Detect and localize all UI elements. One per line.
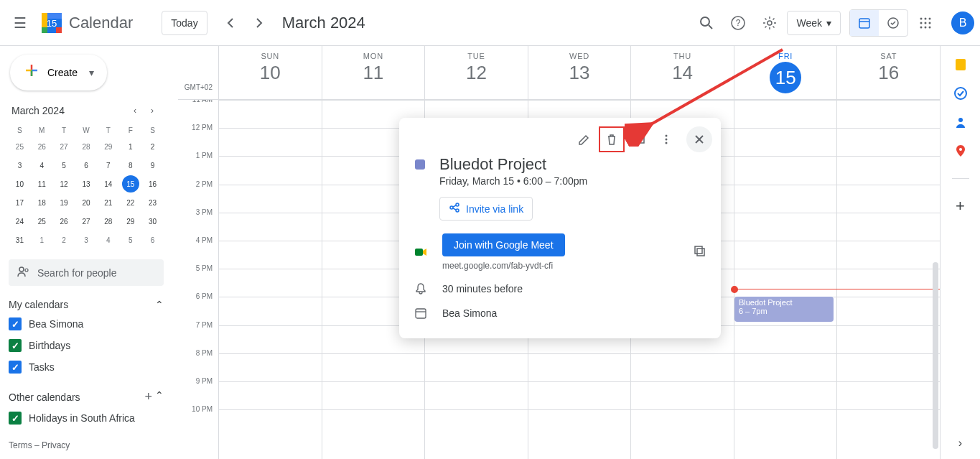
mini-cal-day[interactable]: 28 (100, 213, 117, 230)
mini-cal-day[interactable]: 13 (78, 175, 95, 193)
mini-cal-next-button[interactable]: › (144, 102, 161, 119)
search-people-input[interactable]: Search for people (9, 259, 164, 286)
help-button[interactable]: ? (724, 9, 752, 37)
people-icon (17, 265, 30, 280)
next-week-button[interactable] (245, 9, 274, 37)
day-column[interactable]: Bluedot Project6 – 7pm (734, 100, 837, 459)
terms-link[interactable]: Terms (9, 440, 32, 450)
mini-cal-day[interactable]: 4 (33, 157, 50, 174)
apps-button[interactable] (911, 9, 940, 37)
calendar-item[interactable]: ✓Birthdays (9, 335, 164, 356)
mini-cal-day[interactable]: 9 (144, 157, 162, 174)
calendar-item[interactable]: ✓Tasks (9, 356, 164, 378)
contacts-icon[interactable] (953, 115, 968, 129)
mini-cal-day[interactable]: 14 (100, 175, 117, 193)
day-header[interactable]: FRI15 (734, 46, 837, 99)
search-button[interactable] (692, 9, 721, 37)
close-popover-button[interactable] (686, 126, 712, 152)
profile-avatar[interactable]: B (951, 11, 974, 34)
event-block[interactable]: Bluedot Project6 – 7pm (734, 297, 834, 322)
mini-cal-day[interactable]: 29 (100, 138, 117, 155)
maps-icon[interactable] (953, 144, 968, 158)
day-header[interactable]: WED13 (528, 46, 631, 99)
mini-cal-day[interactable]: 10 (11, 175, 28, 193)
add-calendar-button[interactable]: + (144, 389, 152, 404)
day-header[interactable]: MON11 (322, 46, 425, 99)
event-options-button[interactable] (653, 126, 679, 152)
checkbox[interactable]: ✓ (9, 412, 22, 425)
mini-cal-day[interactable]: 29 (122, 213, 139, 230)
tasks-view-button[interactable] (879, 10, 907, 36)
mini-cal-day[interactable]: 3 (78, 231, 95, 249)
mini-cal-day[interactable]: 6 (78, 157, 95, 174)
mini-cal-day[interactable]: 8 (122, 157, 139, 174)
checkbox[interactable]: ✓ (9, 361, 22, 374)
view-selector[interactable]: Week▾ (787, 11, 841, 35)
mini-cal-day[interactable]: 30 (144, 213, 162, 230)
mini-cal-day[interactable]: 23 (144, 194, 162, 211)
day-header[interactable]: THU14 (630, 46, 734, 99)
mini-cal-day[interactable]: 1 (122, 138, 139, 155)
checkbox[interactable]: ✓ (9, 339, 22, 352)
mini-cal-day[interactable]: 21 (100, 194, 117, 211)
add-addon-button[interactable]: + (953, 199, 968, 213)
mini-cal-day[interactable]: 19 (55, 194, 73, 211)
other-calendars-header[interactable]: Other calendars + ⌃ (9, 386, 164, 407)
mini-cal-day[interactable]: 27 (55, 138, 73, 155)
email-guests-button[interactable] (626, 126, 652, 152)
day-column[interactable] (218, 100, 322, 459)
mini-cal-day[interactable]: 4 (100, 231, 117, 249)
mini-cal-day[interactable]: 2 (144, 138, 162, 155)
privacy-link[interactable]: Privacy (42, 440, 70, 450)
mini-cal-day[interactable]: 20 (78, 194, 95, 211)
mini-cal-day[interactable]: 25 (33, 213, 50, 230)
scrollbar[interactable] (931, 104, 940, 459)
collapse-panel-button[interactable]: › (953, 436, 968, 450)
calendar-view-button[interactable] (850, 10, 879, 36)
main-menu-button[interactable]: ☰ (6, 9, 34, 37)
my-calendars-header[interactable]: My calendars ⌃ (9, 296, 164, 313)
mini-cal-day[interactable]: 11 (33, 175, 50, 193)
mini-cal-day[interactable]: 5 (55, 157, 73, 174)
mini-cal-day[interactable]: 17 (11, 194, 28, 211)
mini-cal-day[interactable]: 31 (11, 231, 28, 249)
mini-cal-day[interactable]: 7 (100, 157, 117, 174)
mini-cal-day[interactable]: 22 (122, 194, 139, 211)
mini-cal-day[interactable]: 5 (122, 231, 139, 249)
mini-cal-day[interactable]: 26 (33, 138, 50, 155)
mini-cal-prev-button[interactable]: ‹ (126, 102, 144, 119)
checkbox[interactable]: ✓ (9, 317, 22, 330)
mini-cal-day[interactable]: 28 (78, 138, 95, 155)
day-header[interactable]: TUE12 (424, 46, 528, 99)
invite-via-link-button[interactable]: Invite via link (439, 197, 533, 221)
mini-cal-day[interactable]: 24 (11, 213, 28, 230)
mini-cal-day[interactable]: 26 (55, 213, 73, 230)
mini-cal-day[interactable]: 25 (11, 138, 28, 155)
day-header[interactable]: SUN10 (218, 46, 322, 99)
create-button[interactable]: Create ▾ (10, 55, 107, 91)
mini-cal-day[interactable]: 1 (33, 231, 50, 249)
copy-link-button[interactable] (694, 245, 706, 260)
edit-event-button[interactable] (571, 126, 597, 152)
settings-button[interactable] (755, 9, 784, 37)
mini-cal-day[interactable]: 2 (55, 231, 73, 249)
mini-cal-day[interactable]: 18 (33, 194, 50, 211)
prev-week-button[interactable] (216, 9, 245, 37)
mini-cal-weekday: W (75, 124, 98, 137)
calendar-item[interactable]: ✓Bea Simona (9, 313, 164, 335)
day-column[interactable] (836, 100, 940, 459)
mini-cal-day[interactable]: 3 (11, 157, 28, 174)
delete-event-button[interactable] (599, 126, 625, 152)
day-header[interactable]: SAT16 (836, 46, 940, 99)
keep-icon[interactable] (953, 57, 968, 72)
join-meet-button[interactable]: Join with Google Meet (442, 233, 565, 256)
mini-cal-day[interactable]: 12 (55, 175, 73, 193)
today-button[interactable]: Today (162, 11, 207, 35)
mini-cal-day[interactable]: 16 (144, 175, 162, 193)
mini-cal-day[interactable]: 27 (78, 213, 95, 230)
tasks-icon[interactable] (953, 86, 968, 101)
mini-cal-day[interactable]: 15 (122, 175, 139, 193)
calendar-item[interactable]: ✓Holidays in South Africa (9, 407, 164, 429)
view-toggle (849, 9, 908, 37)
mini-cal-day[interactable]: 6 (144, 231, 162, 249)
